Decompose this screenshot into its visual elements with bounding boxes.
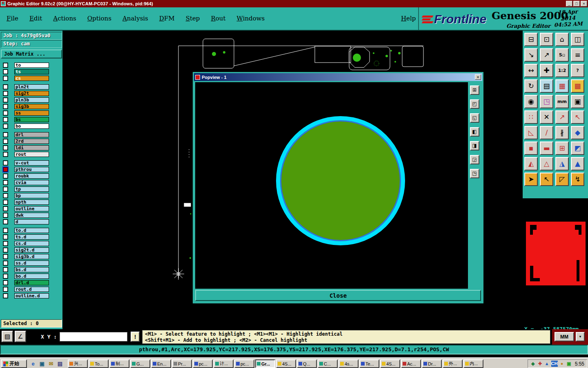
menu-item[interactable]: Rout — [211, 15, 225, 22]
layer-visibility-checkbox[interactable] — [3, 85, 8, 89]
net-points-icon[interactable]: ∷ — [524, 110, 538, 124]
taskbar-task-button[interactable]: pc... — [193, 359, 213, 368]
help-pointer-icon[interactable]: ? — [571, 64, 584, 77]
trace-icon[interactable]: ▬ — [540, 141, 553, 155]
menu-item[interactable]: Step — [186, 15, 200, 22]
layer-row[interactable]: 2rd — [0, 138, 63, 144]
layer-visibility-checkbox[interactable] — [3, 139, 8, 144]
zoom-preset-icon[interactable]: 5▫ — [555, 48, 569, 62]
layer-row[interactable]: roubk — [0, 173, 63, 179]
layer-row[interactable]: outline — [0, 205, 63, 212]
layer-row[interactable]: ss.d — [0, 260, 63, 266]
layer-visibility-checkbox[interactable] — [3, 70, 8, 74]
layer-visibility-checkbox[interactable] — [3, 274, 8, 278]
layer-name-label[interactable]: bp — [14, 193, 49, 198]
layer-row[interactable]: d — [0, 218, 63, 225]
layer-name-label[interactable]: outline — [14, 206, 49, 211]
layer-row[interactable]: bo.d — [0, 273, 63, 279]
layer-visibility-checkbox[interactable] — [3, 261, 8, 265]
layer-visibility-checkbox[interactable] — [3, 180, 8, 185]
layer-name-label[interactable]: pthrou — [14, 167, 49, 172]
layer-row[interactable]: sig3b — [0, 103, 63, 110]
tile-windows-icon[interactable]: ◫ — [571, 33, 584, 46]
pan-view-icon[interactable]: ✚ — [540, 64, 553, 77]
layer-name-label[interactable]: dwk — [14, 213, 49, 218]
layer-visibility-checkbox[interactable] — [3, 235, 8, 239]
layer-name-label[interactable]: sig2t.d — [14, 247, 49, 253]
layer-name-label[interactable]: pln3b — [14, 97, 49, 103]
layer-row[interactable]: sig2t — [0, 90, 63, 96]
pv-sync-icon[interactable]: ◲ — [470, 155, 479, 164]
pad-icon[interactable]: ▪ — [524, 141, 538, 155]
layer-row[interactable]: drl.d — [0, 279, 63, 286]
layer-visibility-checkbox[interactable] — [3, 117, 8, 122]
taskbar-task-button[interactable]: Ac... — [401, 359, 421, 368]
layer-row[interactable]: pthrou — [0, 166, 63, 173]
popview-titlebar[interactable]: Popview - 1 × — [194, 73, 482, 81]
layer-row[interactable]: cs — [0, 75, 63, 81]
xy-input[interactable] — [60, 332, 127, 341]
layer-row[interactable]: npth — [0, 199, 63, 205]
layer-name-label[interactable]: npth — [14, 200, 49, 205]
language-icon[interactable]: CH — [551, 361, 558, 367]
taskbar-task-button[interactable]: pc... — [234, 359, 254, 368]
grid-lines-icon[interactable]: ▩ — [571, 79, 584, 93]
close-button[interactable]: × — [581, 1, 587, 7]
layer-row[interactable]: outline.d — [0, 292, 63, 299]
layer-visibility-checkbox[interactable] — [3, 167, 8, 172]
layer-name-label[interactable]: ss — [14, 110, 49, 116]
menu-item[interactable]: Actions — [53, 15, 76, 22]
surface-icon[interactable]: ◆ — [571, 126, 584, 139]
layer-visibility-checkbox[interactable] — [3, 152, 8, 157]
clipboard-icon[interactable]: ⊟ — [524, 33, 538, 46]
layer-name-label[interactable]: tp — [14, 186, 49, 192]
layer-visibility-checkbox[interactable] — [3, 248, 8, 252]
layer-row[interactable]: to.d — [0, 227, 63, 233]
layer-name-label[interactable]: sig3b — [14, 104, 49, 109]
zoom-fit-icon[interactable]: ↔ — [524, 64, 538, 77]
layer-row[interactable]: sig2t.d — [0, 247, 63, 253]
zoom-ratio-icon[interactable]: 1:2 — [555, 64, 569, 77]
taskbar-task-button[interactable]: 制... — [109, 359, 129, 368]
import-view-icon[interactable]: ↘ — [524, 48, 538, 62]
select-inside-icon[interactable]: ↖ — [540, 173, 553, 186]
hatch-icon[interactable]: ∦ — [555, 126, 569, 139]
layer-name-label[interactable]: cvia — [14, 180, 49, 185]
layer-row[interactable]: cvia — [0, 179, 63, 186]
taskbar-task-button[interactable]: 4s... — [339, 359, 359, 368]
network-icon[interactable]: ▲ — [544, 361, 550, 367]
layer-visibility-checkbox[interactable] — [3, 132, 8, 137]
layer-row[interactable]: bs.d — [0, 266, 63, 273]
menu-item[interactable]: Options — [87, 15, 111, 22]
layer-row[interactable]: dwk — [0, 212, 63, 218]
layer-name-label[interactable]: ldi — [14, 145, 49, 150]
origin-target-icon[interactable]: ◉ — [524, 95, 538, 108]
maximize-button[interactable]: □ — [573, 1, 580, 7]
layer-row[interactable]: to — [0, 62, 63, 68]
grid-dots-icon[interactable]: ▦ — [555, 79, 569, 93]
layer-name-label[interactable]: sig2t — [14, 91, 49, 96]
layer-name-label[interactable]: drl — [14, 132, 49, 137]
units-button[interactable]: MM — [555, 332, 574, 341]
taskbar-task-button[interactable]: Q... — [297, 359, 317, 368]
layer-name-label[interactable]: to.d — [14, 228, 49, 233]
angle-measure-icon[interactable]: ◺ — [524, 126, 538, 139]
layer-visibility-checkbox[interactable] — [3, 174, 8, 178]
layer-visibility-checkbox[interactable] — [3, 254, 8, 259]
line-measure-icon[interactable]: ∕ — [540, 126, 553, 139]
grid-snap-icon[interactable]: ▤ — [540, 79, 553, 93]
layer-name-label[interactable]: d — [14, 219, 49, 224]
layer-row[interactable]: rout.d — [0, 286, 63, 292]
explorer-icon[interactable]: ▤ — [56, 360, 64, 368]
layer-visibility-checkbox[interactable] — [3, 187, 8, 191]
layer-row[interactable]: cs.d — [0, 240, 63, 247]
taskbar-task-button[interactable]: C... — [318, 359, 338, 368]
symbol-ref-icon[interactable]: ⊞ — [555, 141, 569, 155]
alert-button[interactable]: ! — [131, 332, 140, 342]
layer-name-label[interactable]: bo.d — [14, 274, 49, 279]
layer-row[interactable]: sig3b.d — [0, 253, 63, 260]
taskbar-task-button[interactable]: Dr... — [422, 359, 442, 368]
taskbar-task-button[interactable]: G... — [130, 359, 150, 368]
copy-point-icon[interactable]: ↖ — [571, 110, 584, 124]
layer-row[interactable]: ts — [0, 68, 63, 75]
